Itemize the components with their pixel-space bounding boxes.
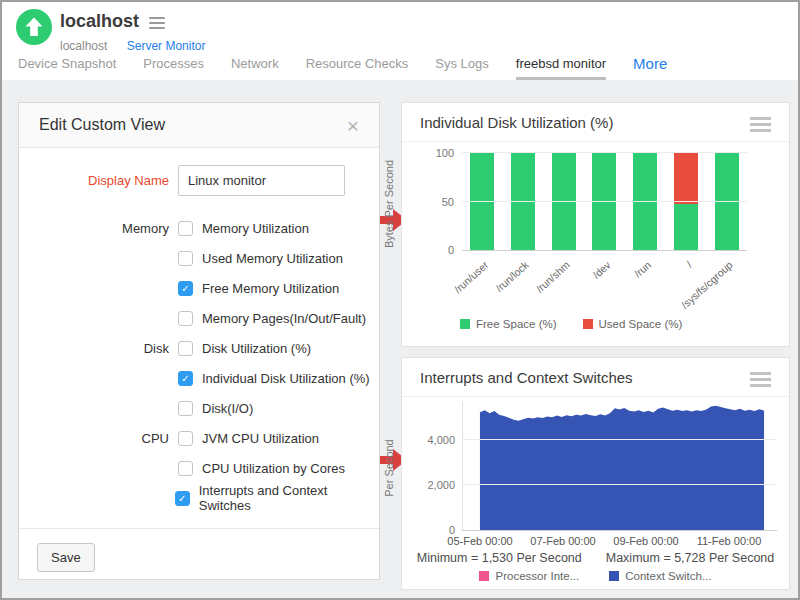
checkbox-free-memory-utilization[interactable]: ✓ (178, 281, 193, 296)
checkbox-interrupts-and-context-switches[interactable]: ✓ (175, 491, 190, 506)
monitor-status-icon (16, 9, 52, 45)
bar-run-shm[interactable] (552, 153, 576, 250)
ytick: 0 (448, 244, 454, 256)
gridline (463, 484, 777, 485)
interrupts-chart-legend: Processor Inte...Context Switch... (402, 570, 789, 582)
checkbox-label-jvm-cpu-utilization: JVM CPU Utilization (202, 431, 319, 446)
checkbox-label-cpu-utilization-by-cores: CPU Utilization by Cores (202, 461, 345, 476)
checkbox-disk-utilization[interactable] (178, 341, 193, 356)
tab-resource-checks[interactable]: Resource Checks (306, 56, 409, 80)
disk-chart-legend: Free Space (%)Used Space (%) (460, 318, 682, 330)
group-label-memory: Memory (19, 221, 169, 236)
checkbox-used-memory-utilization[interactable] (178, 251, 193, 266)
disk-chart-ylabel: Bytes Per Second (383, 154, 395, 254)
save-button[interactable]: Save (37, 543, 95, 572)
segment-free-space (470, 153, 494, 250)
legend-swatch (583, 319, 593, 329)
bar-sys-fs-cgroup[interactable] (715, 153, 739, 250)
segment-free-space (552, 153, 576, 250)
metric-row-memory-pages-in-out-fault: Memory Pages(In/Out/Fault) (19, 303, 379, 333)
content-area: Edit Custom View × Display Name MemoryMe… (2, 80, 798, 598)
display-name-input[interactable] (178, 165, 345, 196)
metric-row-individual-disk-utilization: ✓Individual Disk Utilization (%) (19, 363, 379, 393)
xtick-run-shm: /run/shm (533, 259, 571, 295)
metric-row-interrupts-and-context-switches: ✓Interrupts and Context Switches (19, 483, 379, 513)
gridline (462, 152, 747, 153)
tab-more[interactable]: More (633, 55, 667, 80)
legend-swatch (609, 571, 619, 581)
app-window: localhost localhost Server Monitor Devic… (0, 0, 800, 600)
panel-divider (19, 528, 379, 529)
disk-chart-menu-icon[interactable] (750, 117, 771, 132)
legend-item-context-switch[interactable]: Context Switch... (609, 570, 711, 582)
metric-row-used-memory-utilization: Used Memory Utilization (19, 243, 379, 273)
checkbox-label-individual-disk-utilization: Individual Disk Utilization (%) (202, 371, 370, 386)
interrupts-chart-title: Interrupts and Context Switches (420, 369, 633, 386)
interrupts-area-series (463, 401, 777, 530)
legend-item-free-space[interactable]: Free Space (%) (460, 318, 557, 330)
bar-[interactable] (674, 153, 698, 250)
segment-used-space (674, 153, 698, 204)
xtick-run: /run (632, 259, 653, 280)
close-icon[interactable]: × (347, 115, 359, 136)
interrupts-chart-plot: 05-Feb 00:0007-Feb 00:0009-Feb 00:0011-F… (462, 401, 777, 531)
max-stat: Maximum = 5,728 Per Second (606, 551, 775, 565)
tab-device-snapshot[interactable]: Device Snapshot (18, 56, 116, 80)
checkbox-disk-i-o[interactable] (178, 401, 193, 416)
tab-sys-logs[interactable]: Sys Logs (435, 56, 488, 80)
tab-network[interactable]: Network (231, 56, 279, 80)
checkbox-memory-utilization[interactable] (178, 221, 193, 236)
metric-row-jvm-cpu-utilization: CPUJVM CPU Utilization (19, 423, 379, 453)
xtick-sys-fs-cgroup: /sys/fs/cgroup (678, 259, 734, 311)
page-title: localhost (60, 11, 139, 32)
checkbox-jvm-cpu-utilization[interactable] (178, 431, 193, 446)
metric-row-disk-i-o: Disk(I/O) (19, 393, 379, 423)
interrupts-chart-ylabel: Per Second (383, 418, 395, 518)
bar-dev[interactable] (592, 153, 616, 250)
checkbox-label-disk-utilization: Disk Utilization (%) (202, 341, 311, 356)
segment-free-space (715, 153, 739, 250)
bar-run[interactable] (633, 153, 657, 250)
group-label-cpu: CPU (19, 431, 169, 446)
breadcrumb: localhost Server Monitor (60, 39, 205, 53)
checkbox-individual-disk-utilization[interactable]: ✓ (178, 371, 193, 386)
interrupts-card: Interrupts and Context Switches Per Seco… (401, 357, 790, 590)
disk-chart-bars (462, 153, 747, 250)
disk-utilization-card: Individual Disk Utilization (%) Bytes Pe… (401, 102, 790, 347)
bar-run-user[interactable] (470, 153, 494, 250)
checkbox-cpu-utilization-by-cores[interactable] (178, 461, 193, 476)
metric-row-cpu-utilization-by-cores: CPU Utilization by Cores (19, 453, 379, 483)
metric-row-memory-utilization: MemoryMemory Utilization (19, 213, 379, 243)
metric-row-free-memory-utilization: ✓Free Memory Utilization (19, 273, 379, 303)
gridline (463, 439, 777, 440)
edit-custom-view-panel: Edit Custom View × Display Name MemoryMe… (18, 102, 380, 580)
segment-free-space (592, 153, 616, 250)
legend-item-processor-inte[interactable]: Processor Inte... (479, 570, 579, 582)
tab-freebsd-monitor[interactable]: freebsd monitor (516, 56, 606, 80)
legend-item-used-space[interactable]: Used Space (%) (583, 318, 683, 330)
checkbox-label-used-memory-utilization: Used Memory Utilization (202, 251, 343, 266)
xtick-: / (684, 259, 694, 270)
segment-free-space (633, 153, 657, 250)
legend-swatch (460, 319, 470, 329)
ytick: 2,000 (427, 479, 455, 491)
xtick-dev: /dev (590, 259, 613, 281)
checkbox-memory-pages-in-out-fault[interactable] (178, 311, 193, 326)
header: localhost localhost Server Monitor Devic… (2, 2, 798, 80)
display-name-label: Display Name (19, 173, 169, 188)
display-name-row: Display Name (19, 165, 379, 196)
tab-processes[interactable]: Processes (143, 56, 204, 80)
checkbox-groups: MemoryMemory UtilizationUsed Memory Util… (19, 213, 379, 513)
xtick-run-user: /run/user (452, 259, 491, 296)
disk-chart-xlabels: /run/user/run/lock/run/shm/dev/run//sys/… (462, 250, 747, 310)
title-menu-icon[interactable] (149, 17, 165, 29)
xtick-09-feb-00-00: 09-Feb 00:00 (613, 535, 678, 547)
xtick-05-feb-00-00: 05-Feb 00:00 (447, 535, 512, 547)
min-stat: Minimum = 1,530 Per Second (417, 551, 582, 565)
bar-run-lock[interactable] (511, 153, 535, 250)
checkbox-label-memory-utilization: Memory Utilization (202, 221, 309, 236)
disk-chart-plot: /run/user/run/lock/run/shm/dev/run//sys/… (462, 153, 747, 251)
interrupts-chart-menu-icon[interactable] (750, 372, 771, 387)
breadcrumb-server-monitor-link[interactable]: Server Monitor (127, 39, 206, 53)
checkbox-label-free-memory-utilization: Free Memory Utilization (202, 281, 339, 296)
